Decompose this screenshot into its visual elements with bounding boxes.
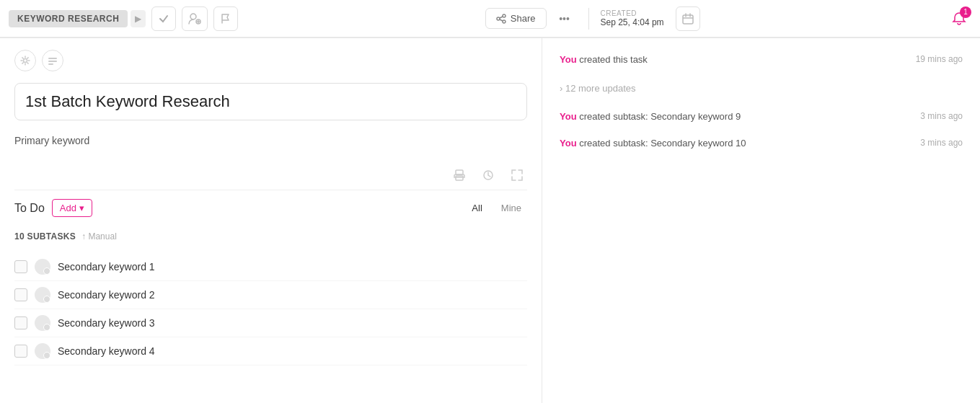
subtask-row: Secondary keyword 4 <box>14 337 527 366</box>
created-label: CREATED <box>601 9 664 17</box>
activity-time-subtask10: 3 mins ago <box>920 136 963 148</box>
svg-rect-17 <box>456 170 463 174</box>
subtask-checkbox-1[interactable] <box>14 260 27 273</box>
activity-time-created: 19 mins ago <box>916 53 963 64</box>
activity-item-subtask9: You created subtask: Secondary keyword 9… <box>560 110 963 124</box>
svg-rect-16 <box>48 63 53 65</box>
activity-you-3: You <box>560 138 577 149</box>
svg-rect-14 <box>48 58 57 59</box>
subtask-row: Secondary keyword 1 <box>14 253 527 281</box>
more-icon: ••• <box>559 13 570 25</box>
todo-label: To Do <box>14 202 45 215</box>
svg-rect-9 <box>683 15 693 24</box>
subtask-name-1[interactable]: Secondary keyword 1 <box>58 261 155 273</box>
activity-text-subtask10: You created subtask: Secondary keyword 1… <box>560 138 746 149</box>
filter-all-button[interactable]: All <box>466 200 487 216</box>
subtask-row: Secondary keyword 2 <box>14 281 527 309</box>
expand-icon[interactable] <box>507 165 527 185</box>
svg-point-5 <box>497 17 500 20</box>
share-button[interactable]: Share <box>485 8 547 29</box>
subtask-row: Secondary keyword 3 <box>14 309 527 337</box>
activity-item-created: You created this task 19 mins ago <box>560 53 963 67</box>
subtask-avatar-3 <box>35 315 50 331</box>
share-label: Share <box>511 13 536 24</box>
svg-point-0 <box>190 14 196 19</box>
created-date: Sep 25, 4:04 pm <box>601 17 664 27</box>
primary-keyword[interactable]: Primary keyword <box>14 132 527 149</box>
task-tools <box>14 50 527 71</box>
task-title[interactable]: 1st Batch Keyword Research <box>14 83 527 120</box>
add-button[interactable]: Add ▾ <box>52 199 92 217</box>
svg-rect-18 <box>456 176 463 180</box>
breadcrumb-arrow-icon: ▶ <box>131 10 146 27</box>
breadcrumb: KEYWORD RESEARCH ▶ <box>9 10 146 27</box>
settings-icon[interactable] <box>14 50 36 71</box>
notification-badge: 1 <box>960 6 971 18</box>
subtask-checkbox-4[interactable] <box>14 345 27 358</box>
add-dropdown-icon: ▾ <box>79 203 84 213</box>
calendar-icon[interactable] <box>676 6 700 31</box>
subtask-name-4[interactable]: Secondary keyword 4 <box>58 345 155 357</box>
add-label: Add <box>60 203 76 213</box>
subtask-avatar-2 <box>35 287 50 303</box>
activity-you-1: You <box>560 54 577 65</box>
activity-you-2: You <box>560 111 577 122</box>
list-icon[interactable] <box>42 50 63 71</box>
svg-line-7 <box>500 17 503 18</box>
activity-subtask9-text: created subtask: Secondary keyword 9 <box>577 111 741 122</box>
more-updates-toggle[interactable]: › 12 more updates <box>560 80 963 97</box>
activity-subtask10-text: created subtask: Secondary keyword 10 <box>577 138 746 149</box>
svg-rect-15 <box>48 61 57 62</box>
svg-point-4 <box>503 14 506 17</box>
activity-text-subtask9: You created subtask: Secondary keyword 9 <box>560 111 741 122</box>
subtask-name-3[interactable]: Secondary keyword 3 <box>58 317 155 329</box>
more-options-button[interactable]: ••• <box>552 6 577 31</box>
subtask-checkbox-3[interactable] <box>14 316 27 329</box>
activity-created-text: created this task <box>577 54 648 65</box>
subtask-toolbar <box>14 161 527 190</box>
subtask-avatar-1 <box>35 259 50 275</box>
subtask-avatar-4 <box>35 343 50 359</box>
checkmark-button[interactable] <box>151 6 176 31</box>
notification-bell[interactable]: 1 <box>947 6 971 31</box>
activity-panel: You created this task 19 mins ago › 12 m… <box>542 38 980 403</box>
history-icon[interactable] <box>478 165 498 185</box>
subtasks-count: 10 SUBTASKS <box>14 231 76 242</box>
svg-line-8 <box>500 19 503 21</box>
filter-mine-button[interactable]: Mine <box>495 200 527 216</box>
svg-point-6 <box>503 20 506 23</box>
subtask-checkbox-2[interactable] <box>14 288 27 301</box>
flag-button[interactable] <box>213 6 238 31</box>
subtask-list: Secondary keyword 1 Secondary keyword 2 … <box>14 253 527 366</box>
activity-text-created: You created this task <box>560 54 648 65</box>
activity-item-subtask10: You created subtask: Secondary keyword 1… <box>560 136 963 151</box>
assign-button[interactable] <box>182 6 208 31</box>
svg-point-13 <box>24 59 27 63</box>
sort-button[interactable]: ↑ Manual <box>81 231 117 242</box>
breadcrumb-name[interactable]: KEYWORD RESEARCH <box>9 10 128 27</box>
subtasks-header: 10 SUBTASKS ↑ Manual <box>14 226 527 247</box>
activity-time-subtask9: 3 mins ago <box>920 110 963 121</box>
print-icon[interactable] <box>449 165 469 185</box>
todo-header: To Do Add ▾ All Mine <box>14 199 527 217</box>
task-detail-panel: 1st Batch Keyword Research Primary keywo… <box>0 38 542 403</box>
subtask-name-2[interactable]: Secondary keyword 2 <box>58 289 155 301</box>
